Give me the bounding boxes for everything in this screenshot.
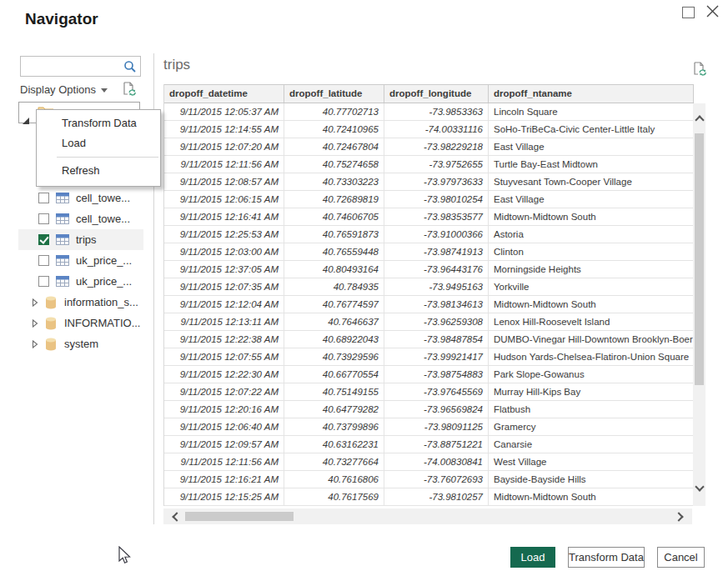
chevron-right-icon[interactable] (32, 340, 38, 348)
column-header-dropoff_latitude[interactable]: dropoff_latitude (284, 85, 384, 103)
tree-item-uk-price[interactable]: uk_price_... (18, 250, 143, 271)
table-row: 9/11/2015 12:22:38 AM40.68922043-73.9848… (164, 331, 694, 348)
column-header-dropoff_longitude[interactable]: dropoff_longitude (384, 85, 489, 103)
tree-item-label: system (64, 338, 98, 350)
tree-item-label: uk_price_... (76, 254, 132, 267)
maximize-button[interactable] (682, 7, 695, 18)
table-cell: 40.72410965 (284, 121, 384, 138)
table-cell: 40.64779282 (284, 401, 384, 418)
tree-item-cell-towe[interactable]: cell_towe... (18, 208, 143, 229)
tree-item-informatio[interactable]: INFORMATIO... (18, 313, 143, 333)
table-cell: 40.74606705 (284, 208, 384, 225)
table-cell: Bayside-Bayside Hills (489, 471, 694, 488)
chevron-right-icon[interactable] (32, 298, 38, 307)
table-cell: 9/11/2015 12:08:57 AM (164, 173, 284, 190)
table-cell: 40.75274658 (284, 156, 384, 173)
table-cell: 9/11/2015 12:06:15 AM (164, 191, 284, 208)
table-cell: -73.98229218 (384, 138, 489, 155)
table-cell: -74.00331116 (384, 121, 489, 138)
table-row: 9/11/2015 12:37:05 AM40.80493164-73.9644… (164, 261, 694, 278)
scroll-left-icon[interactable] (172, 512, 181, 521)
vertical-scrollbar-thumb[interactable] (695, 133, 704, 385)
menu-separator (57, 157, 158, 158)
scroll-down-icon[interactable] (695, 482, 704, 491)
transform-data-button[interactable]: Transform Data (568, 547, 645, 568)
refresh-document-icon[interactable] (122, 82, 137, 102)
table-cell: -73.98353577 (384, 208, 489, 225)
nav-tree: cell_towe...cell_towe...cell_towe...trip… (18, 167, 143, 354)
table-cell: DUMBO-Vinegar Hill-Downtown Brooklyn-Boe… (489, 331, 694, 348)
menu-item-transform-data[interactable]: Transform Data (37, 113, 160, 133)
column-header-dropoff_ntaname[interactable]: dropoff_ntaname (489, 85, 694, 103)
table-row: 9/11/2015 12:06:15 AM40.72689819-73.9801… (164, 191, 694, 208)
checkbox-unchecked[interactable] (38, 255, 49, 266)
horizontal-scrollbar-thumb[interactable] (185, 512, 294, 521)
tree-item-cell-towe[interactable]: cell_towe... (18, 188, 143, 208)
load-button[interactable]: Load (510, 547, 555, 568)
database-cylinder-icon (45, 338, 57, 351)
scroll-right-icon[interactable] (674, 512, 683, 521)
table-cell: Turtle Bay-East Midtown (489, 156, 694, 173)
checkbox-unchecked[interactable] (38, 213, 49, 224)
table-row: 9/11/2015 12:07:22 AM40.75149155-73.9764… (164, 383, 694, 401)
menu-item-refresh[interactable]: Refresh (37, 161, 160, 181)
menu-item-load[interactable]: Load (37, 133, 160, 153)
table-row: 9/11/2015 12:25:53 AM40.76591873-73.9100… (164, 226, 694, 243)
table-cell: 40.73799896 (284, 418, 384, 435)
table-cell: 9/11/2015 12:07:55 AM (164, 348, 284, 365)
table-row: 9/11/2015 12:11:56 AM40.75274658-73.9752… (164, 156, 694, 173)
table-cell: Midtown-Midtown South (489, 208, 694, 225)
table-body: 9/11/2015 12:05:37 AM40.77702713-73.9853… (164, 103, 694, 506)
checkbox-unchecked[interactable] (38, 193, 49, 203)
table-cell: 40.80493164 (284, 261, 384, 278)
tree-item-label: cell_towe... (76, 213, 130, 225)
table-row: 9/11/2015 12:11:56 AM40.73277664-74.0083… (164, 453, 694, 471)
chevron-right-icon[interactable] (32, 319, 38, 328)
database-cylinder-icon (45, 317, 57, 330)
table-cell: -73.97973633 (384, 173, 489, 190)
tree-item-trips[interactable]: trips (18, 229, 143, 250)
search-icon[interactable] (123, 60, 137, 77)
checkbox-checked[interactable] (38, 234, 49, 245)
horizontal-scrollbar[interactable] (163, 508, 692, 524)
table-cell: East Village (489, 138, 694, 155)
table-cell: 9/11/2015 12:16:21 AM (164, 471, 284, 488)
table-cell: -73.97645569 (384, 383, 489, 400)
table-cell: -73.91000366 (384, 226, 489, 243)
dialog-title: Navigator (25, 10, 98, 28)
table-cell: 40.7617569 (284, 488, 384, 505)
table-cell: 40.72467804 (284, 138, 384, 155)
table-cell: -73.98754883 (384, 366, 489, 383)
table-cell: Yorkville (489, 278, 694, 295)
table-icon (56, 234, 69, 245)
table-cell: 9/11/2015 12:11:56 AM (164, 453, 284, 470)
scroll-up-icon[interactable] (695, 115, 704, 124)
tree-item-information-s[interactable]: information_s... (18, 292, 143, 313)
cancel-button[interactable]: Cancel (657, 547, 705, 568)
tree-expanded-arrow-icon[interactable] (23, 113, 30, 128)
table-cell: Midtown-Midtown South (489, 296, 694, 313)
table-header-row: dropoff_datetimedropoff_latitudedropoff_… (164, 84, 694, 103)
table-cell: Lenox Hill-Roosevelt Island (489, 313, 694, 330)
table-cell: -73.98010254 (384, 191, 489, 208)
table-row: 9/11/2015 12:22:30 AM40.66770554-73.9875… (164, 366, 694, 383)
table-cell: 9/11/2015 12:09:57 AM (164, 436, 284, 453)
table-cell: SoHo-TriBeCa-Civic Center-Little Italy (489, 121, 694, 138)
vertical-scrollbar[interactable] (693, 103, 705, 506)
search-box[interactable] (20, 56, 141, 77)
display-options-dropdown[interactable]: Display Options (20, 83, 108, 96)
mouse-cursor (118, 546, 135, 568)
table-cell: 40.66770554 (284, 366, 384, 383)
checkbox-unchecked[interactable] (38, 276, 49, 287)
table-cell: -73.98091125 (384, 418, 489, 435)
table-cell: Flatbush (489, 401, 694, 418)
search-input[interactable] (24, 58, 123, 75)
refresh-document-icon[interactable] (692, 62, 707, 82)
column-header-dropoff_datetime[interactable]: dropoff_datetime (164, 85, 284, 103)
tree-item-system[interactable]: system (18, 333, 143, 354)
table-cell: Park Slope-Gowanus (489, 366, 694, 383)
table-cell: 9/11/2015 12:07:35 AM (164, 278, 284, 295)
close-icon[interactable] (705, 4, 720, 18)
tree-item-uk-price[interactable]: uk_price_... (18, 271, 143, 292)
table-icon (56, 213, 69, 224)
